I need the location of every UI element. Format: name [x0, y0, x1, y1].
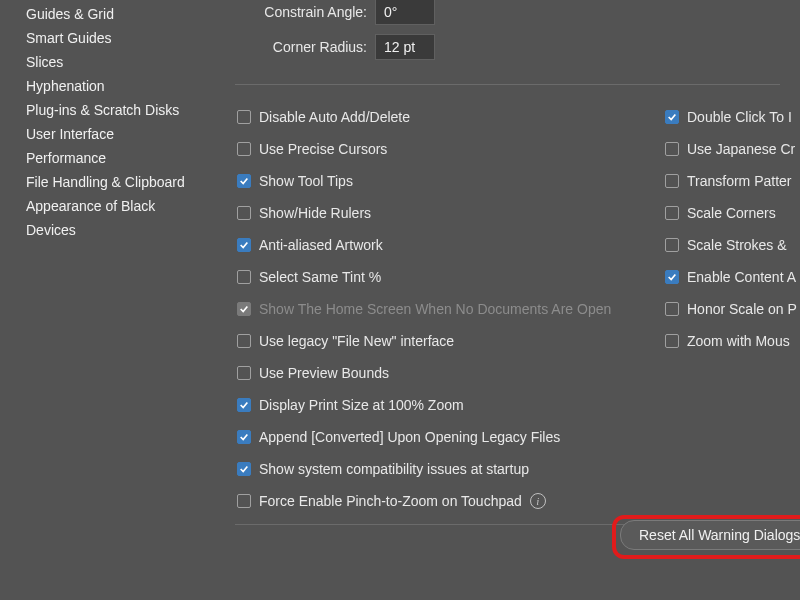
checkbox-icon	[237, 366, 251, 380]
corner-radius-input[interactable]	[375, 34, 435, 60]
option-label: Zoom with Mous	[687, 333, 790, 349]
option-label: Anti-aliased Artwork	[259, 237, 383, 253]
reset-warning-dialogs-button[interactable]: Reset All Warning Dialogs	[620, 520, 800, 550]
sidebar-item-plugins-scratch[interactable]: Plug-ins & Scratch Disks	[26, 98, 215, 122]
sidebar-item-guides-grid[interactable]: Guides & Grid	[26, 2, 215, 26]
checkbox-icon	[237, 110, 251, 124]
checkbox-icon	[237, 494, 251, 508]
sidebar-item-hyphenation[interactable]: Hyphenation	[26, 74, 215, 98]
option-label: Transform Patter	[687, 173, 792, 189]
option-disable-auto-add-delete[interactable]: Disable Auto Add/Delete	[237, 101, 657, 133]
option-label: Scale Corners	[687, 205, 776, 221]
sidebar-item-performance[interactable]: Performance	[26, 146, 215, 170]
sidebar-item-appearance-black[interactable]: Appearance of Black	[26, 194, 215, 218]
option-label: Double Click To I	[687, 109, 792, 125]
checkbox-icon	[237, 238, 251, 252]
option-enable-content-a[interactable]: Enable Content A	[665, 261, 800, 293]
option-label: Show/Hide Rulers	[259, 205, 371, 221]
option-select-same-tint[interactable]: Select Same Tint %	[237, 261, 657, 293]
sidebar-item-user-interface[interactable]: User Interface	[26, 122, 215, 146]
option-label: Show The Home Screen When No Documents A…	[259, 301, 611, 317]
option-show-hide-rulers[interactable]: Show/Hide Rulers	[237, 197, 657, 229]
section-divider	[235, 84, 780, 85]
checkbox-icon	[665, 206, 679, 220]
option-show-system-compatibility-issues-at-startup[interactable]: Show system compatibility issues at star…	[237, 453, 657, 485]
sidebar-item-file-handling[interactable]: File Handling & Clipboard	[26, 170, 215, 194]
option-label: Append [Converted] Upon Opening Legacy F…	[259, 429, 560, 445]
checkbox-icon	[237, 430, 251, 444]
option-show-the-home-screen-when-no-documents-are-open: Show The Home Screen When No Documents A…	[237, 293, 657, 325]
corner-radius-label: Corner Radius:	[215, 39, 375, 55]
option-label: Show Tool Tips	[259, 173, 353, 189]
option-show-tool-tips[interactable]: Show Tool Tips	[237, 165, 657, 197]
checkbox-icon	[665, 174, 679, 188]
checkbox-icon	[237, 206, 251, 220]
checkbox-icon	[665, 238, 679, 252]
checkbox-icon	[237, 174, 251, 188]
checkbox-icon	[665, 334, 679, 348]
option-label: Show system compatibility issues at star…	[259, 461, 529, 477]
option-transform-patter[interactable]: Transform Patter	[665, 165, 800, 197]
option-use-legacy-file-new-interface[interactable]: Use legacy "File New" interface	[237, 325, 657, 357]
sidebar-item-smart-guides[interactable]: Smart Guides	[26, 26, 215, 50]
option-label: Use legacy "File New" interface	[259, 333, 454, 349]
checkbox-icon	[237, 334, 251, 348]
option-label: Force Enable Pinch-to-Zoom on Touchpad	[259, 493, 522, 509]
checkbox-icon	[237, 302, 251, 316]
sidebar-item-slices[interactable]: Slices	[26, 50, 215, 74]
option-scale-corners[interactable]: Scale Corners	[665, 197, 800, 229]
option-double-click-to-i[interactable]: Double Click To I	[665, 101, 800, 133]
checkbox-icon	[665, 110, 679, 124]
option-label: Select Same Tint %	[259, 269, 381, 285]
option-label: Honor Scale on P	[687, 301, 797, 317]
option-anti-aliased-artwork[interactable]: Anti-aliased Artwork	[237, 229, 657, 261]
option-label: Disable Auto Add/Delete	[259, 109, 410, 125]
option-label: Use Japanese Cr	[687, 141, 795, 157]
checkbox-icon	[237, 142, 251, 156]
option-scale-strokes[interactable]: Scale Strokes &	[665, 229, 800, 261]
option-use-preview-bounds[interactable]: Use Preview Bounds	[237, 357, 657, 389]
option-append-converted-upon-opening-legacy-files[interactable]: Append [Converted] Upon Opening Legacy F…	[237, 421, 657, 453]
sidebar-item-devices[interactable]: Devices	[26, 218, 215, 242]
checkbox-icon	[237, 270, 251, 284]
checkbox-icon	[237, 462, 251, 476]
checkbox-icon	[665, 142, 679, 156]
option-force-enable-pinch-to-zoom-on-touchpad[interactable]: Force Enable Pinch-to-Zoom on Touchpadi	[237, 485, 657, 517]
checkbox-icon	[665, 302, 679, 316]
option-label: Use Precise Cursors	[259, 141, 387, 157]
preferences-sidebar: Guides & Grid Smart Guides Slices Hyphen…	[0, 0, 215, 600]
option-label: Enable Content A	[687, 269, 796, 285]
option-display-print-size-at-100-zoom[interactable]: Display Print Size at 100% Zoom	[237, 389, 657, 421]
checkbox-icon	[665, 270, 679, 284]
option-zoom-with-mous[interactable]: Zoom with Mous	[665, 325, 800, 357]
checkbox-icon	[237, 398, 251, 412]
preferences-main: Constrain Angle: Corner Radius: Disable …	[215, 0, 800, 600]
option-honor-scale-on-p[interactable]: Honor Scale on P	[665, 293, 800, 325]
info-icon[interactable]: i	[530, 493, 546, 509]
option-use-precise-cursors[interactable]: Use Precise Cursors	[237, 133, 657, 165]
constrain-angle-input[interactable]	[375, 0, 435, 25]
option-use-japanese-cr[interactable]: Use Japanese Cr	[665, 133, 800, 165]
option-label: Scale Strokes &	[687, 237, 787, 253]
option-label: Use Preview Bounds	[259, 365, 389, 381]
option-label: Display Print Size at 100% Zoom	[259, 397, 464, 413]
constrain-angle-label: Constrain Angle:	[215, 4, 375, 20]
